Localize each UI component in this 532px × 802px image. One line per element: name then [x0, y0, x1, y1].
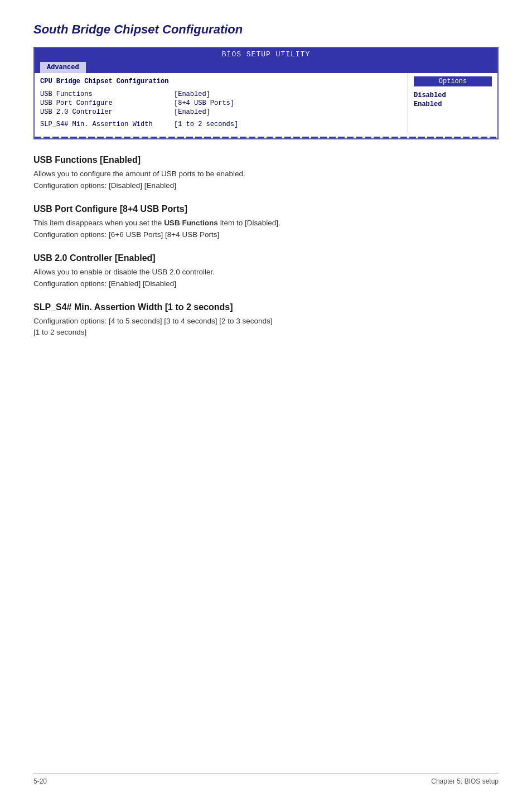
doc-section-usb-functions: USB Functions [Enabled] Allows you to co… — [33, 155, 499, 192]
bios-row-label-usb-port-configure: USB Port Configure — [40, 99, 174, 107]
doc-title-usb-functions: USB Functions [Enabled] — [33, 155, 499, 165]
bios-row-usb-controller[interactable]: USB 2.0 Controller [Enabled] — [40, 108, 402, 117]
bios-row-value-usb-controller: [Enabled] — [174, 108, 210, 116]
bios-option-enabled[interactable]: Enabled — [414, 100, 492, 109]
bios-separator — [35, 137, 497, 138]
doc-title-slp-s4: SLP_S4# Min. Assertion Width [1 to 2 sec… — [33, 302, 499, 312]
bios-main: CPU Bridge Chipset Configuration USB Fun… — [35, 73, 408, 133]
doc-text-usb-port-configure: This item disappears when you set the US… — [33, 218, 499, 241]
bios-sidebar: Options Disabled Enabled — [408, 73, 497, 133]
bios-header: BIOS SETUP UTILITY — [35, 48, 497, 61]
doc-text-slp-s4: Configuration options: [4 to 5 seconds] … — [33, 316, 499, 339]
bios-row-label-usb-functions: USB Functions — [40, 90, 174, 98]
doc-section-slp-s4: SLP_S4# Min. Assertion Width [1 to 2 sec… — [33, 302, 499, 339]
bios-options-title: Options — [414, 76, 492, 86]
doc-title-usb-controller: USB 2.0 Controller [Enabled] — [33, 253, 499, 263]
tab-advanced[interactable]: Advanced — [40, 62, 86, 73]
bios-row-label-usb-controller: USB 2.0 Controller — [40, 108, 174, 116]
bios-row-usb-port-configure[interactable]: USB Port Configure [8+4 USB Ports] — [40, 99, 402, 108]
bios-row-value-slp-s4: [1 to 2 seconds] — [174, 120, 238, 128]
bios-setup-box: BIOS SETUP UTILITY Advanced CPU Bridge C… — [33, 47, 499, 139]
doc-text-usb-controller: Allows you to enable or disable the USB … — [33, 267, 499, 290]
bios-section-title: CPU Bridge Chipset Configuration — [40, 78, 402, 85]
doc-title-usb-port-configure: USB Port Configure [8+4 USB Ports] — [33, 204, 499, 214]
bios-body: CPU Bridge Chipset Configuration USB Fun… — [35, 73, 497, 133]
bios-row-value-usb-functions: [Enabled] — [174, 90, 210, 98]
footer-chapter: Chapter 5: BIOS setup — [431, 777, 499, 785]
page-footer: 5-20 Chapter 5: BIOS setup — [33, 774, 499, 785]
bios-tab-row: Advanced — [35, 61, 497, 73]
doc-text-usb-functions: Allows you to configure the amount of US… — [33, 168, 499, 192]
bios-option-disabled[interactable]: Disabled — [414, 91, 492, 100]
bios-row-label-slp-s4: SLP_S4# Min. Assertion Width — [40, 120, 174, 128]
bios-row-value-usb-port-configure: [8+4 USB Ports] — [174, 99, 234, 107]
doc-section-usb-port-configure: USB Port Configure [8+4 USB Ports] This … — [33, 204, 499, 241]
page-title: South Bridge Chipset Configuration — [33, 22, 499, 37]
bios-row-usb-functions[interactable]: USB Functions [Enabled] — [40, 90, 402, 99]
bios-row-slp-s4[interactable]: SLP_S4# Min. Assertion Width [1 to 2 sec… — [40, 120, 402, 129]
doc-section-usb-controller: USB 2.0 Controller [Enabled] Allows you … — [33, 253, 499, 290]
footer-page-number: 5-20 — [33, 777, 47, 785]
